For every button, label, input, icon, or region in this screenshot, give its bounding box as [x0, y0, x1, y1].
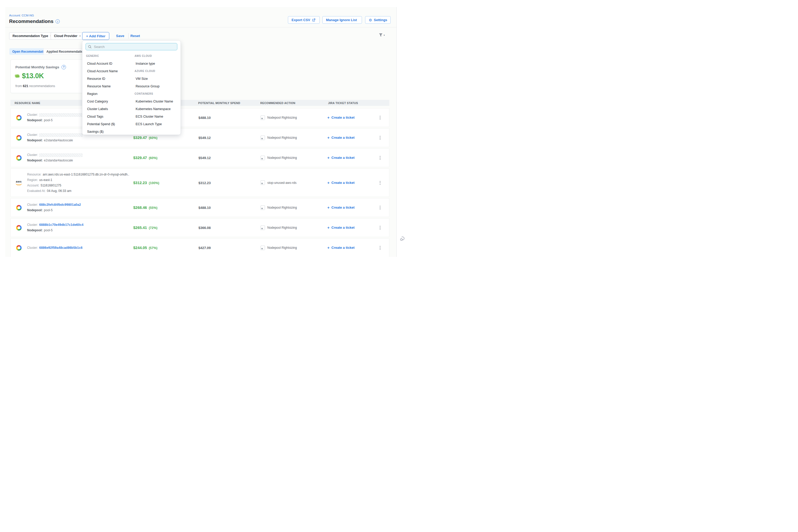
field-value: pool-5 — [44, 208, 52, 212]
resource-cell: awsResource:arn:aws:rds:us-east-1:511616… — [11, 173, 129, 193]
recommended-action-label: Nodepool Rightsizing — [267, 246, 297, 250]
filter-option[interactable]: ECS Cluster Name — [135, 115, 163, 118]
table-row[interactable]: Cluster:Nodepool:pool-5$488.10Nodepool R… — [11, 108, 390, 127]
chevron-down-icon: ▾ — [79, 35, 81, 37]
filter-section-header: AWS CLOUD — [135, 55, 152, 57]
help-icon[interactable]: ? — [61, 65, 66, 69]
resource-line: Cluster:6886e92f59a48cad86b5b1c6 — [27, 246, 82, 250]
spend-amount: $427.09 — [198, 246, 211, 250]
filter-option[interactable]: ECS Launch Type — [135, 122, 162, 126]
create-ticket-button[interactable]: +Create a ticket — [327, 116, 355, 119]
row-menu-kebab-icon[interactable] — [378, 225, 382, 231]
filter-option[interactable]: Kubernetes Namespace — [135, 107, 171, 111]
filter-option[interactable]: Cloud Account ID — [86, 62, 112, 65]
create-ticket-label: Create a ticket — [331, 116, 355, 119]
table-row[interactable]: Cluster:6888b1c70e49db17c1de60c4Nodepool… — [11, 218, 390, 237]
search-input[interactable] — [93, 44, 175, 49]
create-ticket-button[interactable]: +Create a ticket — [327, 181, 355, 185]
cloud-provider-filter[interactable]: Cloud Provider ▾ — [51, 32, 84, 40]
filter-column-cloud: AWS CLOUDInstance typeAZURE CLOUDVM Size… — [135, 52, 178, 135]
spend-amount: $549.12 — [198, 136, 211, 140]
field-value: e2standar4autoscale — [44, 138, 73, 142]
spend-amount: $312.23 — [198, 181, 211, 185]
table-row[interactable]: Cluster:Nodepool:e2standar4autoscale$329… — [11, 148, 390, 167]
spend-cell: $549.12 — [194, 135, 255, 140]
export-csv-button[interactable]: Export CSV — [288, 16, 320, 24]
plus-icon: + — [327, 181, 330, 184]
gcp-logo-icon — [15, 205, 22, 210]
recommended-action-label: Nodepool Rightsizing — [267, 226, 297, 229]
resource-line: Nodepool:pool-5 — [27, 228, 83, 232]
add-filter-button[interactable]: + Add Filter — [82, 32, 109, 40]
filter-option[interactable]: Cloud Account Name — [86, 69, 118, 73]
reset-filter-link[interactable]: Reset — [130, 34, 140, 38]
row-menu-kebab-icon[interactable] — [378, 135, 382, 141]
spend-amount: $549.12 — [198, 156, 211, 160]
account-breadcrumb[interactable]: Account: CCM-NG — [9, 14, 34, 17]
recommendation-type-filter[interactable]: Recommendation Type ▾ — [9, 32, 55, 40]
savings-cell: $312.23(100%) — [129, 180, 194, 185]
recommended-action-label: Nodepool Rightsizing — [267, 116, 297, 119]
table-row[interactable]: Cluster:6886e92f59a48cad86b5b1c6$244.05(… — [11, 239, 390, 257]
filter-option[interactable]: Region — [86, 92, 97, 96]
table-row[interactable]: Cluster:Nodepool:e2standar4autoscale$329… — [11, 128, 390, 147]
filter-option[interactable]: Cloud Tags — [86, 115, 103, 118]
create-ticket-button[interactable]: +Create a ticket — [327, 156, 355, 159]
table-row[interactable]: Cluster:688c2fefc84fbdc99801a0a2Nodepool… — [11, 198, 390, 217]
cluster-link[interactable]: 688c2fefc84fbdc99801a0a2 — [39, 203, 81, 207]
create-ticket-label: Create a ticket — [331, 246, 355, 250]
filter-option[interactable]: Instance type — [135, 62, 155, 65]
create-ticket-button[interactable]: +Create a ticket — [327, 136, 355, 139]
recommendation-action-icon — [261, 156, 265, 160]
filter-option[interactable]: Resource Group — [135, 84, 159, 88]
savings-count-line: from 621 recommendations — [15, 84, 55, 88]
savings-percent: (60%) — [149, 156, 157, 160]
plus-icon: + — [327, 136, 330, 139]
filter-option[interactable]: Cluster Labels — [86, 107, 108, 111]
filter-option[interactable]: Resource Name — [86, 84, 111, 88]
resource-line: Nodepool:e2standar4autoscale — [27, 158, 83, 163]
row-menu-kebab-icon[interactable] — [378, 114, 382, 121]
column-header-recommended-action[interactable]: RECOMMENDED ACTION — [255, 101, 322, 104]
action-cell: stop-unused-aws-rds — [255, 180, 322, 185]
table-row[interactable]: awsResource:arn:aws:rds:us-east-1:511616… — [11, 169, 390, 197]
filter-option[interactable]: Kubernetes Cluster Name — [135, 100, 173, 103]
help-chat-icon[interactable] — [399, 235, 405, 242]
cluster-link[interactable]: 6886e92f59a48cad86b5b1c6 — [39, 246, 82, 250]
create-ticket-button[interactable]: +Create a ticket — [327, 246, 355, 250]
settings-button[interactable]: ⚙ Settings — [365, 16, 391, 24]
filter-option[interactable]: Resource ID — [86, 77, 105, 81]
create-ticket-button[interactable]: +Create a ticket — [327, 206, 355, 209]
spend-cell: $366.08 — [194, 225, 255, 230]
save-filter-link[interactable]: Save — [116, 34, 125, 38]
filter-option[interactable]: Savings ($) — [86, 130, 103, 134]
filter-funnel-icon[interactable]: ▾ — [379, 33, 385, 37]
create-ticket-label: Create a ticket — [331, 206, 355, 209]
resource-cell: Cluster:6886e92f59a48cad86b5b1c6 — [11, 245, 129, 251]
field-label: Resource: — [27, 173, 41, 176]
filter-option[interactable]: Cost Category — [86, 100, 108, 103]
field-label: Cluster: — [27, 113, 38, 117]
column-header-monthly-spend[interactable]: POTENTIAL MONTHLY SPEND — [194, 101, 255, 104]
savings-cell: $329.47(60%) — [129, 155, 194, 160]
resource-line: Resource:arn:aws:rds:us-east-1:511616801… — [27, 173, 129, 176]
row-menu-kebab-icon[interactable] — [378, 179, 382, 186]
cluster-link[interactable]: 6888b1c70e49db17c1de60c4 — [39, 223, 83, 227]
resource-cell: Cluster:6888b1c70e49db17c1de60c4Nodepool… — [11, 223, 129, 232]
spend-cell: $549.12 — [194, 155, 255, 160]
spend-cell: $488.10 — [194, 205, 255, 210]
create-ticket-button[interactable]: +Create a ticket — [327, 226, 355, 229]
filter-option[interactable]: VM Size — [135, 77, 148, 81]
row-menu-kebab-icon[interactable] — [378, 155, 382, 161]
row-menu-kebab-icon[interactable] — [378, 245, 382, 251]
action-cell: Nodepool Rightsizing — [255, 116, 322, 120]
spend-cell: $427.09 — [194, 245, 255, 250]
manage-ignore-list-button[interactable]: Manage Ignore List — [322, 16, 362, 24]
filter-option[interactable]: Potential Spend ($) — [86, 122, 115, 126]
info-icon[interactable]: i — [56, 19, 60, 23]
recommendation-action-icon — [261, 136, 265, 140]
plus-icon: + — [327, 206, 330, 209]
row-menu-kebab-icon[interactable] — [378, 205, 382, 211]
page-title: Recommendations i — [9, 19, 60, 24]
column-header-jira-status[interactable]: JIRA TICKET STATUS — [322, 101, 370, 104]
